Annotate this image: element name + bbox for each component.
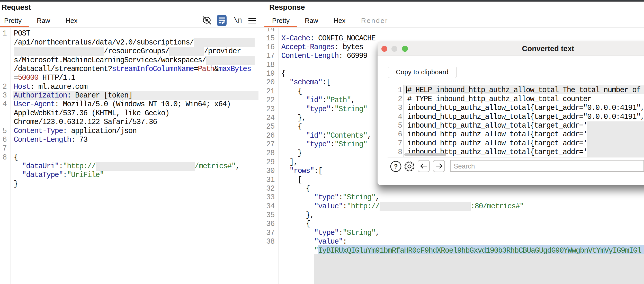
svg-text:?: ? xyxy=(394,163,398,170)
